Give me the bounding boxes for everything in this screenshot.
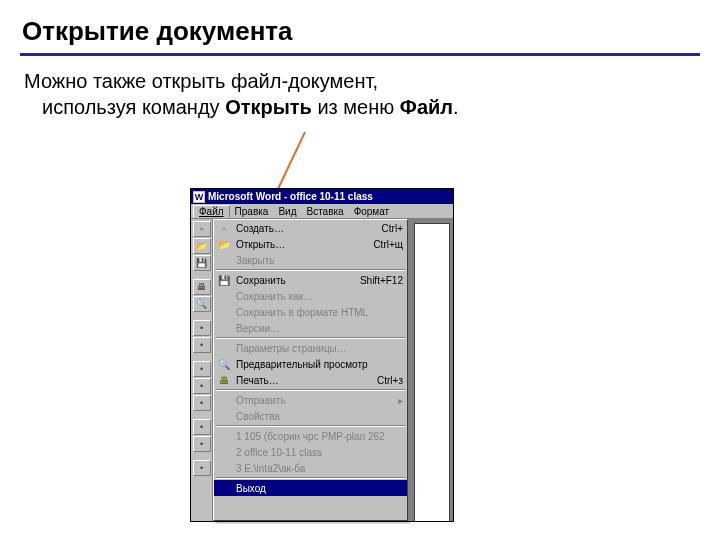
magnifier-icon: 🔍 [216,357,232,371]
tool-generic-icon[interactable]: • [193,436,211,452]
menu-format[interactable]: Формат [349,206,395,217]
menu-view[interactable]: Вид [273,206,301,217]
folder-open-icon: 📂 [216,237,232,251]
file-menu-dropdown: ▫ Создать… Ctrl+ 📂 Открыть… Ctrl+щ Закры… [213,219,408,521]
menu-item-recent1[interactable]: 1 105 (бсорин чрс РМР-plan 262 [214,428,407,444]
menu-item-versions[interactable]: Версии… [214,320,407,336]
left-toolbar: ▫ 📂 💾 🖶 🔍 • • • • • • • • [191,219,213,521]
menu-item-pagesetup[interactable]: Параметры страницы… [214,340,407,356]
menu-item-savehtml[interactable]: Сохранить в формате HTML [214,304,407,320]
menubar: Файл Правка Вид Вставка Формат [191,204,453,219]
tool-generic-icon[interactable]: • [193,361,211,377]
menu-item-open[interactable]: 📂 Открыть… Ctrl+щ [214,236,407,252]
tool-new-icon[interactable]: ▫ [193,221,211,237]
tool-generic-icon[interactable]: • [193,419,211,435]
document-area [408,219,453,521]
menu-separator [216,477,405,479]
submenu-arrow-icon: ▸ [398,395,403,406]
tool-preview-icon[interactable]: 🔍 [193,296,211,312]
menu-item-saveas[interactable]: Сохранить как… [214,288,407,304]
menu-separator [216,337,405,339]
tool-open-icon[interactable]: 📂 [193,238,211,254]
document-page [414,223,450,521]
blank-icon [216,289,232,303]
tool-print-icon[interactable]: 🖶 [193,279,211,295]
blank-icon [216,321,232,335]
menu-item-recent3[interactable]: 3 Е:\inta2\ак-ба [214,460,407,476]
slide-title: Открытие документа [22,16,698,47]
body-menu-file: Файл [400,96,453,118]
body-line2c: из меню [312,96,400,118]
tool-save-icon[interactable]: 💾 [193,255,211,271]
tool-generic-icon[interactable]: • [193,378,211,394]
tool-generic-icon[interactable]: • [193,320,211,336]
menu-item-close[interactable]: Закрыть [214,252,407,268]
body-line1: Можно также открыть файл-документ, [24,70,378,92]
tool-generic-icon[interactable]: • [193,460,211,476]
menu-edit[interactable]: Правка [230,206,274,217]
menu-insert[interactable]: Вставка [301,206,348,217]
menu-item-print[interactable]: 🖶 Печать… Ctrl+з [214,372,407,388]
menu-file[interactable]: Файл [193,205,230,218]
word-window: W Microsoft Word - office 10-11 class Фа… [190,188,454,522]
window-caption: Microsoft Word - office 10-11 class [208,191,451,202]
body-cmd-open: Открыть [225,96,312,118]
menu-item-exit[interactable]: Выход [214,480,407,496]
title-underline [20,53,700,56]
blank-icon [216,393,232,407]
menu-separator [216,425,405,427]
blank-icon [216,305,232,319]
body-line2e: . [453,96,459,118]
menu-item-properties[interactable]: Свойства [214,408,407,424]
floppy-icon: 💾 [216,273,232,287]
blank-icon [216,409,232,423]
blank-icon [216,429,232,443]
tool-generic-icon[interactable]: • [193,337,211,353]
menu-item-create[interactable]: ▫ Создать… Ctrl+ [214,220,407,236]
blank-icon [216,445,232,459]
tool-generic-icon[interactable]: • [193,395,211,411]
blank-icon [216,253,232,267]
app-icon: W [193,191,205,203]
body-line2a: используя команду [42,96,225,118]
blank-icon [216,461,232,475]
menu-separator [216,389,405,391]
menu-item-recent2[interactable]: 2 office 10-11 class [214,444,407,460]
new-doc-icon: ▫ [216,221,232,235]
blank-icon [216,481,232,495]
menu-item-preview[interactable]: 🔍 Предварительный просмотр [214,356,407,372]
menu-separator [216,269,405,271]
blank-icon [216,341,232,355]
printer-icon: 🖶 [216,373,232,387]
titlebar[interactable]: W Microsoft Word - office 10-11 class [191,189,453,204]
body-text: Можно также открыть файл-документ, испол… [24,68,700,120]
menu-item-save[interactable]: 💾 Сохранить Shift+F12 [214,272,407,288]
menu-item-send[interactable]: Отправить ▸ [214,392,407,408]
